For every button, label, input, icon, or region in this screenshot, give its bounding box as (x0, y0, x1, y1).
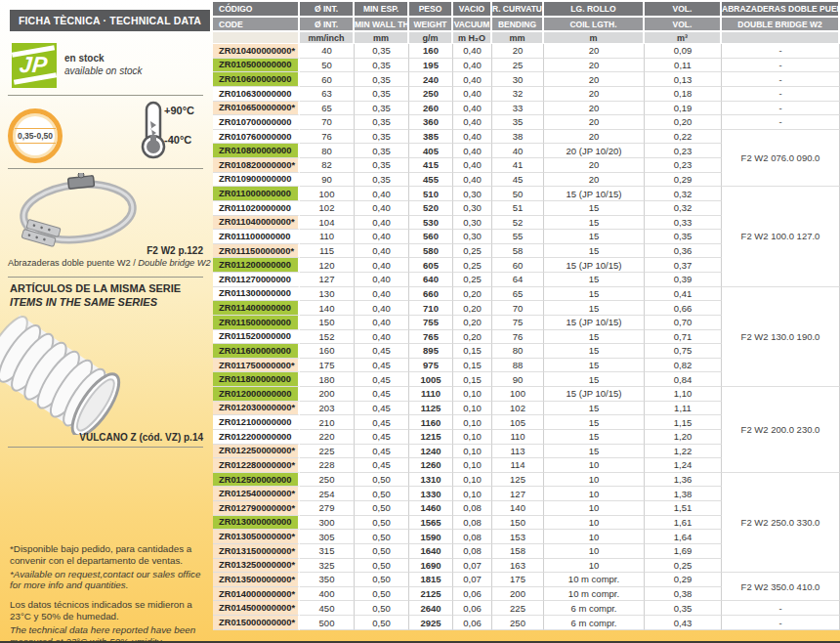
cell-weight: 1310 (409, 473, 453, 488)
series-title-en: ITEMS IN THE SAME SERIES (10, 296, 157, 308)
cell-code: ZR011000000000 (213, 187, 300, 201)
cell-min-wall: 0,50 (355, 559, 409, 574)
divider (8, 168, 203, 169)
cell-code: ZR011400000000 (213, 301, 300, 316)
header-cell-en: COIL LGTH. (544, 18, 645, 32)
cell-volume: 0,37 (645, 258, 722, 273)
cell-bending-radius: 38 (492, 130, 544, 145)
cell-min-wall: 0,45 (355, 402, 409, 416)
cell-bending-radius: 158 (492, 544, 544, 559)
cell-weight: 260 (409, 102, 453, 116)
cell-bending-radius: 175 (492, 573, 544, 587)
cell-min-wall: 0,45 (355, 387, 409, 402)
cell-vacuum: 0,06 (453, 587, 492, 602)
cell-volume: 0,13 (645, 72, 722, 87)
cell-coil-length: 15 (544, 230, 645, 244)
table-row: ZR0110000000001000,405100,305015 (JP 10/… (213, 187, 840, 201)
cell-inner-diameter: 150 (300, 316, 355, 330)
cell-bending-radius: 40 (492, 144, 544, 158)
cell-min-wall: 0,40 (355, 287, 409, 302)
cell-weight: 1215 (409, 430, 453, 445)
cell-coil-length: 15 (544, 330, 645, 345)
cell-inner-diameter: 130 (300, 287, 355, 302)
cell-code: ZR010820000000* (213, 158, 300, 173)
cell-clamp-reference: - (722, 616, 840, 630)
cell-volume: 0,41 (645, 287, 722, 302)
cell-inner-diameter: 115 (300, 244, 355, 259)
cell-inner-diameter: 110 (300, 230, 355, 244)
cell-inner-diameter: 160 (300, 344, 355, 359)
cell-inner-diameter: 60 (300, 72, 355, 87)
cell-code: ZR010630000000 (213, 87, 300, 102)
cell-inner-diameter: 300 (300, 516, 355, 531)
cell-weight: 1125 (409, 402, 453, 416)
cell-weight: 2925 (409, 616, 453, 630)
cell-volume: 0,66 (645, 301, 722, 316)
cell-min-wall: 0,35 (355, 59, 409, 73)
cell-code: ZR010400000000* (213, 44, 300, 59)
cell-inner-diameter: 120 (300, 258, 355, 273)
cell-code: ZR010500000000 (213, 59, 300, 73)
cell-weight: 1815 (409, 573, 453, 587)
cell-min-wall: 0,40 (355, 316, 409, 330)
cell-inner-diameter: 228 (300, 458, 355, 473)
cell-min-wall: 0,40 (355, 258, 409, 273)
cell-bending-radius: 113 (492, 445, 544, 459)
cell-code: ZR012500000000 (213, 473, 300, 488)
cell-weight: 385 (409, 130, 453, 145)
units-cell: mm (492, 32, 544, 44)
cell-code: ZR013500000000* (213, 573, 300, 587)
cell-weight: 1260 (409, 458, 453, 473)
cell-min-wall: 0,35 (355, 72, 409, 87)
cell-volume: 0,23 (645, 158, 722, 173)
cell-volume: 0,75 (645, 344, 722, 359)
cell-code: ZR012250000000* (213, 445, 300, 459)
cell-volume: 1,15 (645, 415, 722, 430)
cell-coil-length: 10 m compr. (544, 573, 645, 587)
stock-label-es: en stock (64, 52, 143, 64)
header-cell-en: VOL. (645, 18, 722, 32)
cell-vacuum: 0,15 (453, 344, 492, 359)
header-cell-en: CODE (213, 18, 300, 32)
units-cell: m (544, 32, 645, 44)
cell-min-wall: 0,40 (355, 244, 409, 259)
header-cell-en: Ø INT. (300, 18, 355, 32)
cell-bending-radius: 153 (492, 530, 544, 544)
cell-coil-length: 20 (544, 102, 645, 116)
cell-vacuum: 0,40 (453, 59, 492, 73)
table-row: ZR015000000000*5000,5029250,062506 m com… (213, 616, 840, 630)
table-head: CÓDIGOØ INT.MIN ESP.PESOVACIOR. CURVATUR… (213, 2, 840, 44)
cell-code: ZR012790000000* (213, 501, 300, 516)
cell-inner-diameter: 450 (300, 601, 355, 616)
units-cell: g/m (409, 32, 453, 44)
header-cell-es: MIN ESP. (355, 2, 409, 18)
cell-code: ZR011800000000 (213, 372, 300, 387)
cell-clamp-reference: - (722, 102, 840, 116)
cell-coil-length: 10 (544, 501, 645, 516)
table-row: ZR010400000000*400,351600,4020200,09- (213, 44, 840, 59)
cell-min-wall: 0,50 (355, 501, 409, 516)
cell-bending-radius: 51 (492, 201, 544, 216)
cell-inner-diameter: 140 (300, 301, 355, 316)
cell-weight: 530 (409, 216, 453, 231)
cell-vacuum: 0,08 (453, 501, 492, 516)
cell-inner-diameter: 225 (300, 445, 355, 459)
cell-inner-diameter: 315 (300, 544, 355, 559)
cell-code: ZR013050000000* (213, 530, 300, 544)
cell-bending-radius: 50 (492, 187, 544, 201)
cell-volume: 0,71 (645, 330, 722, 345)
cell-clamp-reference: - (722, 115, 840, 130)
cell-coil-length: 20 (544, 87, 645, 102)
cell-bending-radius: 35 (492, 115, 544, 130)
cell-bending-radius: 20 (492, 44, 544, 59)
cell-inner-diameter: 127 (300, 273, 355, 287)
cell-min-wall: 0,35 (355, 102, 409, 116)
cell-bending-radius: 58 (492, 244, 544, 259)
cell-code: ZR013250000000* (213, 559, 300, 574)
cell-vacuum: 0,10 (453, 387, 492, 402)
cell-volume: 0,29 (645, 173, 722, 188)
header-cell-es: Ø INT. (300, 2, 355, 18)
units-row: mm/inchmmg/mm H₂Ommmm³ (213, 32, 840, 44)
cell-vacuum: 0,07 (453, 559, 492, 574)
header-cell-es: CÓDIGO (213, 2, 300, 18)
